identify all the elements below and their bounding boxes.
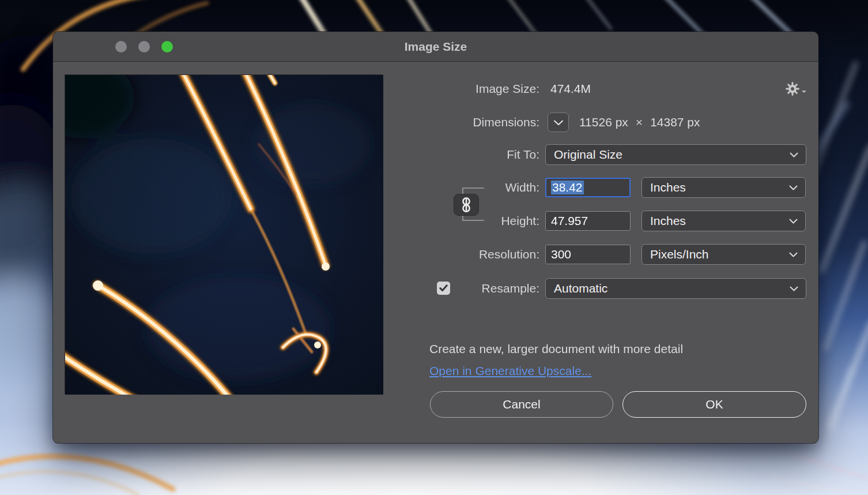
dimensions-height-px: 14387 px: [650, 115, 700, 129]
width-value: 38.42: [551, 181, 584, 194]
dimensions-times-sign: ×: [636, 115, 643, 129]
resample-selected-value: Automatic: [554, 282, 607, 295]
resolution-row: Resolution: 300 Pixels/Inch: [429, 244, 806, 265]
resolution-label: Resolution:: [429, 247, 539, 261]
desktop-background: Image Size: [0, 0, 868, 495]
chevron-down-icon: [789, 219, 798, 224]
fit-to-row: Fit To: Original Size: [429, 144, 806, 165]
settings-menu-button[interactable]: [785, 81, 806, 96]
dialog-title: Image Size: [53, 32, 818, 62]
upscale-description: Create a new, larger document with more …: [429, 342, 683, 356]
height-label: Height:: [429, 214, 539, 228]
dimensions-width-px: 11526 px: [579, 115, 628, 129]
dimensions-value: 11526 px × 14387 px: [579, 115, 700, 129]
fit-to-select[interactable]: Original Size: [545, 144, 806, 165]
image-size-dialog: Image Size: [53, 32, 818, 443]
cancel-button[interactable]: Cancel: [430, 391, 613, 418]
chevron-down-icon: [789, 252, 798, 257]
image-preview[interactable]: [65, 74, 383, 394]
dimensions-row: Dimensions: 11526 px × 14387 px: [429, 112, 806, 133]
width-unit-select[interactable]: Inches: [641, 177, 806, 198]
open-generative-upscale-link[interactable]: Open in Generative Upscale...: [429, 364, 591, 378]
chevron-down-icon: [790, 152, 798, 158]
chevron-down-icon: [553, 119, 564, 126]
height-row: Height: 47.957 Inches: [429, 211, 806, 231]
preview-light-trails: [65, 75, 383, 395]
dimensions-label: Dimensions:: [429, 115, 539, 129]
width-row: Width: 38.42 Inches: [429, 177, 806, 198]
resolution-unit-select[interactable]: Pixels/Inch: [641, 244, 806, 265]
ok-button[interactable]: OK: [622, 391, 806, 418]
image-size-value: 474.4M: [550, 82, 591, 96]
height-unit-value: Inches: [650, 214, 686, 228]
width-input[interactable]: 38.42: [545, 178, 631, 197]
caret-down-icon: [802, 91, 806, 95]
width-label: Width:: [429, 181, 539, 194]
chevron-down-icon: [790, 286, 798, 291]
fit-to-label: Fit To:: [429, 148, 539, 162]
checkmark-icon: [439, 284, 448, 292]
chevron-down-icon: [789, 185, 798, 190]
fit-to-selected-value: Original Size: [554, 148, 622, 162]
image-size-row: Image Size: 474.4M: [429, 78, 806, 99]
image-size-label: Image Size:: [429, 82, 539, 96]
resample-row: Resample: Automatic: [429, 278, 806, 299]
gear-icon: [785, 81, 800, 96]
constrain-proportions-toggle[interactable]: [454, 194, 479, 216]
dimensions-unit-dropdown-button[interactable]: [548, 112, 569, 132]
dialog-titlebar[interactable]: Image Size: [53, 32, 818, 62]
height-unit-select[interactable]: Inches: [641, 211, 806, 231]
resolution-input[interactable]: 300: [545, 245, 631, 264]
resolution-unit-value: Pixels/Inch: [650, 247, 709, 261]
chain-link-icon: [458, 196, 475, 214]
resample-checkbox[interactable]: [437, 282, 450, 295]
resolution-value: 300: [551, 247, 571, 261]
width-unit-value: Inches: [650, 181, 686, 194]
height-input[interactable]: 47.957: [545, 211, 631, 231]
resample-method-select[interactable]: Automatic: [545, 278, 806, 299]
height-value: 47.957: [551, 214, 588, 228]
